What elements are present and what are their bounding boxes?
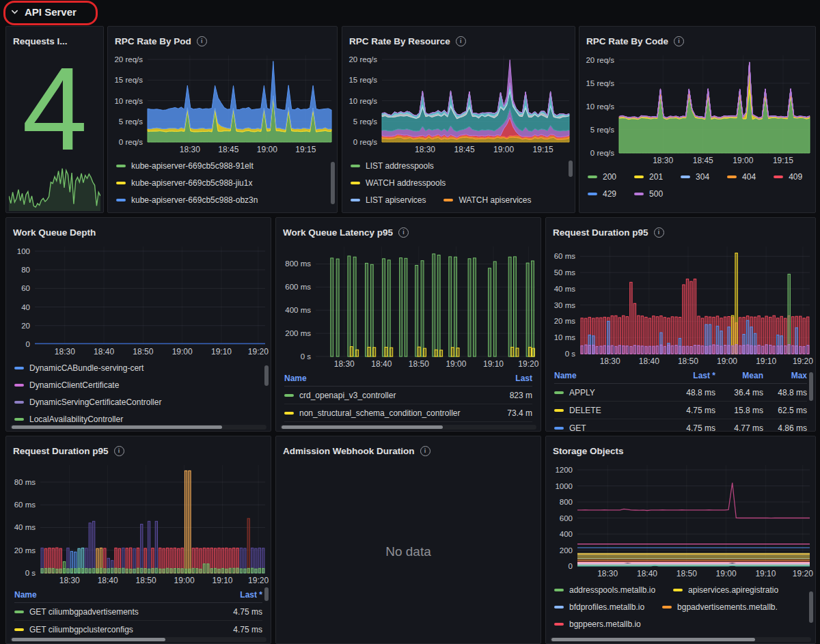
table-row[interactable]: GET ciliumbgpadvertisements4.75 ms <box>14 603 262 621</box>
series-color-chip <box>443 199 453 201</box>
legend-item[interactable]: 304 <box>681 172 709 182</box>
info-icon[interactable] <box>197 36 207 46</box>
table-scrollbar[interactable] <box>809 372 813 401</box>
table-header-name[interactable]: Name <box>14 590 213 600</box>
svg-text:18:40: 18:40 <box>639 356 659 366</box>
legend-item[interactable]: bfdprofiles.metallb.io <box>554 602 644 612</box>
info-icon[interactable] <box>114 446 124 456</box>
work-queue-latency-chart[interactable]: 0 s200 ms400 ms600 ms800 ms18:3018:4018:… <box>276 241 541 370</box>
legend-label: 500 <box>649 189 663 199</box>
legend-scrollbar[interactable] <box>331 162 335 204</box>
legend-item[interactable]: DynamicClientCertificate <box>14 380 119 390</box>
rpc-rate-by-resource-chart[interactable]: 0 req/s5 req/s10 req/s15 req/s20 req/s18… <box>342 50 575 156</box>
svg-text:18:40: 18:40 <box>94 347 114 356</box>
work-queue-depth-chart[interactable]: 02040608010018:3018:4018:5019:0019:1019:… <box>6 241 271 358</box>
svg-text:0 req/s: 0 req/s <box>119 138 143 146</box>
legend-item[interactable]: bgppeers.metallb.io <box>554 619 641 629</box>
svg-text:600: 600 <box>560 514 573 522</box>
series-color-chip <box>351 165 360 167</box>
table-header-last-[interactable]: Last * <box>213 590 262 600</box>
table-header-mean[interactable]: Mean <box>715 371 763 380</box>
panel-admission-webhook-duration: Admission Webhook Duration No data <box>275 436 541 644</box>
table-row[interactable]: GET ciliumbgpclusterconfigs4.75 ms <box>14 621 262 639</box>
legend-item[interactable]: bgpadvertisements.metallb. <box>662 602 778 612</box>
table-header-last[interactable]: Last <box>489 374 532 383</box>
legend-item[interactable]: addresspools.metallb.io <box>554 585 655 595</box>
request-duration-bottom-chart[interactable]: 0 s20 ms40 ms60 ms80 ms18:3018:4018:5019… <box>6 460 271 587</box>
panel-title-rpc-rate-by-resource[interactable]: RPC Rate By Resource <box>349 36 450 46</box>
info-icon[interactable] <box>456 36 466 46</box>
svg-text:20 ms: 20 ms <box>14 546 36 555</box>
legend-scrollbar[interactable] <box>569 160 573 177</box>
legend-scrollbar[interactable] <box>264 365 269 386</box>
legend-item[interactable]: apiservices.apiregistratio <box>673 585 778 595</box>
legend-item[interactable]: kube-apiserver-669cb5c988-obz3n <box>116 195 258 205</box>
legend-label: 404 <box>742 172 756 182</box>
svg-text:0: 0 <box>569 562 573 570</box>
table-hscrollbar[interactable] <box>280 425 536 430</box>
legend-item[interactable]: WATCH apiservices <box>443 195 531 205</box>
legend-item[interactable]: kube-apiserver-669cb5c988-91elt <box>116 161 254 171</box>
panel-title-storage-objects[interactable]: Storage Objects <box>553 446 624 456</box>
svg-text:18:45: 18:45 <box>693 156 713 165</box>
table-row[interactable]: GET4.75 ms4.77 ms4.86 ms <box>554 419 807 431</box>
legend-label: bgpadvertisements.metallb. <box>677 602 778 612</box>
table-row[interactable]: crd_openapi_v3_controller823 m <box>284 387 532 404</box>
table-hscrollbar[interactable] <box>10 637 266 642</box>
series-color-chip <box>774 176 783 178</box>
svg-text:19:10: 19:10 <box>756 356 776 366</box>
info-icon[interactable] <box>654 227 664 238</box>
legend-label: kube-apiserver-669cb5c988-91elt <box>131 161 254 171</box>
request-duration-top-chart[interactable]: 0 s10 ms20 ms30 ms40 ms50 ms60 ms18:3018… <box>546 241 815 367</box>
info-icon[interactable] <box>674 36 684 46</box>
rpc-rate-by-pod-chart[interactable]: 0 req/s5 req/s10 req/s15 req/s20 req/s18… <box>108 50 337 156</box>
table-header-name[interactable]: Name <box>554 371 668 380</box>
table-row[interactable]: non_structural_schema_condition_controll… <box>284 404 532 422</box>
panel-title-admission-webhook[interactable]: Admission Webhook Duration <box>283 446 415 456</box>
svg-text:80 ms: 80 ms <box>14 478 36 486</box>
legend-hscrollbar[interactable] <box>10 425 266 430</box>
svg-text:200: 200 <box>560 546 573 555</box>
table-header-last-[interactable]: Last * <box>668 371 715 380</box>
legend-item[interactable]: LIST apiservices <box>351 195 426 205</box>
table-row[interactable]: DELETE4.75 ms15.8 ms62.5 ms <box>554 402 807 419</box>
panel-title-work-queue-depth[interactable]: Work Queue Depth <box>13 227 96 238</box>
legend-scrollbar[interactable] <box>809 591 813 623</box>
svg-text:40 ms: 40 ms <box>554 285 576 293</box>
legend-label: DynamicServingCertificateController <box>29 397 161 407</box>
legend-item[interactable]: LIST addresspools <box>351 161 434 171</box>
table-header-name[interactable]: Name <box>284 374 489 383</box>
info-icon[interactable] <box>398 227 409 238</box>
svg-text:18:40: 18:40 <box>637 569 657 578</box>
legend-item[interactable]: 409 <box>774 172 802 182</box>
legend-item[interactable]: DynamicServingCertificateController <box>14 397 161 407</box>
legend-item[interactable]: 201 <box>634 172 663 182</box>
legend-item[interactable]: LocalAvailabilityController <box>14 415 123 424</box>
legend-item[interactable]: 500 <box>634 189 663 199</box>
legend-hscrollbar[interactable] <box>550 637 811 642</box>
panel-title-rpc-rate-by-code[interactable]: RPC Rate By Code <box>586 36 668 46</box>
row-header-api-server[interactable]: API Server <box>0 0 77 23</box>
legend-item[interactable]: DynamicCABundle-serving-cert <box>14 363 144 373</box>
legend-item[interactable]: 429 <box>588 189 616 199</box>
table-scrollbar[interactable] <box>264 587 269 601</box>
panel-title-rpc-rate-by-pod[interactable]: RPC Rate By Pod <box>115 36 191 46</box>
legend-label: WATCH apiservices <box>459 195 531 205</box>
legend-label: WATCH addresspools <box>366 178 446 188</box>
legend-item[interactable]: 200 <box>588 172 616 182</box>
info-icon[interactable] <box>420 446 430 456</box>
table-row[interactable]: APPLY48.8 ms36.4 ms48.8 ms <box>554 384 807 402</box>
table-header-max[interactable]: Max <box>763 371 807 380</box>
svg-text:19:10: 19:10 <box>755 569 776 578</box>
panel-title-request-duration-top[interactable]: Request Duration p95 <box>553 227 648 238</box>
legend-item[interactable]: WATCH addresspools <box>351 178 446 188</box>
panel-title-request-duration-bottom[interactable]: Request Duration p95 <box>13 446 109 456</box>
legend-item[interactable]: 404 <box>727 172 756 182</box>
storage-objects-chart[interactable]: 02004006008001000120018:3018:4018:5019:0… <box>546 460 815 580</box>
series-color-chip <box>634 193 644 195</box>
rpc-rate-by-code-chart[interactable]: 0 req/s5 req/s10 req/s15 req/s20 req/s18… <box>579 50 815 167</box>
legend-label: bgppeers.metallb.io <box>569 619 641 629</box>
legend-item[interactable]: kube-apiserver-669cb5c988-jiu1x <box>116 178 252 188</box>
panel-title-work-queue-latency[interactable]: Work Queue Latency p95 <box>283 227 393 238</box>
svg-text:20 req/s: 20 req/s <box>114 55 143 64</box>
